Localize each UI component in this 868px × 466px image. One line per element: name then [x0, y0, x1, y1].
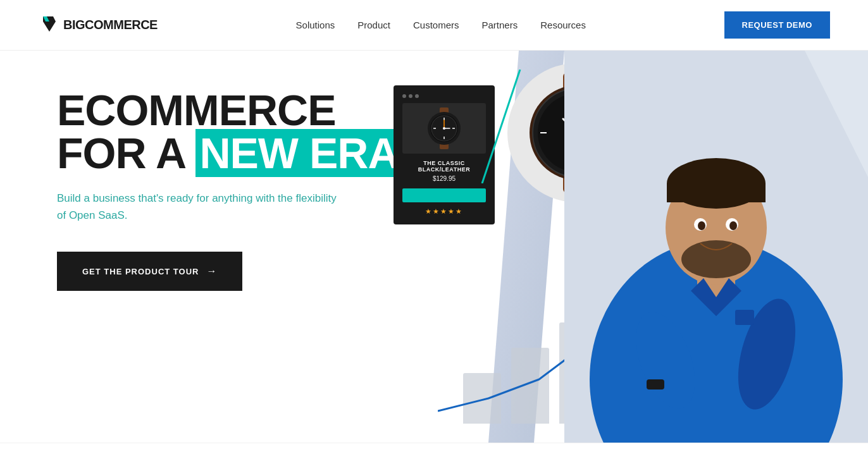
bigcommerce-logo-icon: [38, 14, 61, 37]
product-tour-button[interactable]: GET THE PRODUCT TOUR →: [57, 252, 242, 291]
product-card-title: THE CLASSIC BLACK/LEATHER: [402, 160, 486, 173]
nav-solutions[interactable]: Solutions: [296, 20, 335, 30]
svg-point-41: [698, 221, 705, 230]
hero-title: ECOMMERCE FOR A NEW ERA: [57, 89, 411, 175]
product-card-price: $129.95: [402, 175, 486, 182]
svg-rect-38: [667, 183, 766, 202]
main-nav: Solutions Product Customers Partners Res…: [296, 20, 586, 30]
logos-strip: BEN&JERRY'S. Skullcandy Black Diamond bl…: [0, 443, 868, 466]
product-card-add-button: [402, 188, 486, 202]
hero-subtitle: Build a business that's ready for anythi…: [57, 190, 348, 224]
svg-rect-48: [735, 310, 754, 325]
teal-accent-line: [476, 70, 526, 183]
product-card-image: [402, 103, 486, 154]
hero-content: ECOMMERCE FOR A NEW ERA Build a business…: [57, 89, 411, 291]
nav-resources[interactable]: Resources: [540, 20, 586, 30]
person-image: [564, 51, 868, 443]
arrow-icon: →: [206, 266, 217, 277]
svg-line-2: [482, 70, 520, 183]
product-card-stars: ★★★★★: [402, 207, 486, 216]
svg-rect-47: [647, 379, 664, 389]
request-demo-button[interactable]: REQUEST DEMO: [724, 11, 830, 39]
nav-product[interactable]: Product: [357, 20, 390, 30]
svg-point-42: [729, 221, 737, 230]
svg-point-14: [443, 127, 445, 130]
hero-visual: THE CLASSIC BLACK/LEATHER $129.95 ★★★★★: [375, 51, 868, 443]
svg-point-43: [681, 240, 751, 278]
header: BIGCOMMERCE Solutions Product Customers …: [0, 0, 868, 51]
nav-customers[interactable]: Customers: [413, 20, 459, 30]
hero-section: ECOMMERCE FOR A NEW ERA Build a business…: [0, 51, 868, 443]
logo-text: BIGCOMMERCE: [63, 18, 158, 32]
nav-partners[interactable]: Partners: [482, 20, 518, 30]
logo[interactable]: BIGCOMMERCE: [38, 14, 158, 37]
